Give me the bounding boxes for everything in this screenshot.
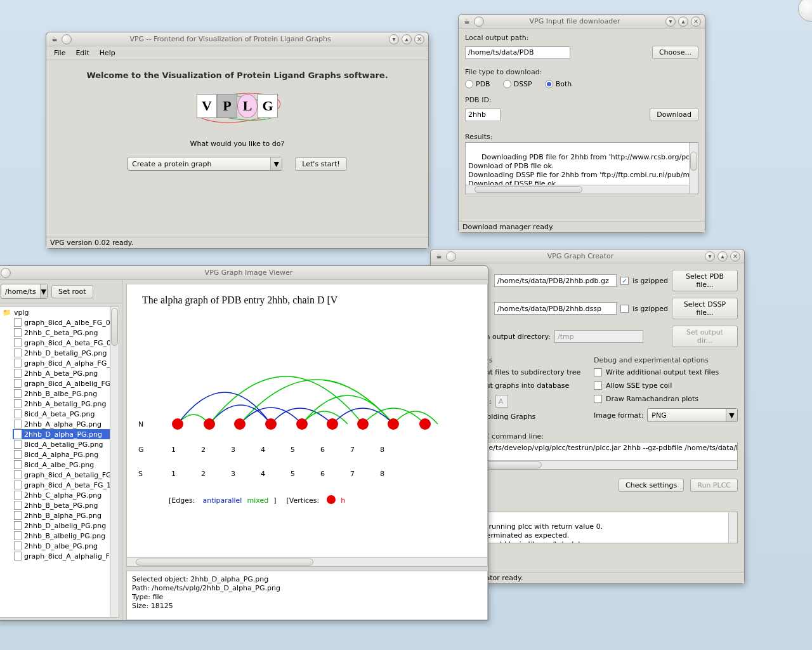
file-item[interactable]: 8icd_A_betalig_PG.png — [13, 439, 117, 449]
file-item[interactable]: 2hhb_C_beta_PG.png — [13, 328, 117, 338]
close-icon[interactable]: × — [730, 251, 740, 262]
choose-button[interactable]: Choose... — [652, 46, 698, 59]
file-item[interactable]: 2hhb_B_alpha_PG.png — [13, 510, 117, 521]
radio-pdb[interactable]: PDB — [465, 80, 490, 88]
opt-coil[interactable]: Allow SSE type coil — [594, 381, 738, 390]
file-tree[interactable]: 📁 vplg graph_8icd_A_albe_FG_02hhb_C_beta… — [0, 307, 119, 562]
svg-point-4 — [234, 418, 246, 430]
gzipped-dssp-checkbox[interactable] — [620, 305, 629, 313]
scrollbar-vertical[interactable] — [728, 512, 737, 543]
input-pdb-field[interactable] — [494, 274, 617, 287]
file-item[interactable]: 8icd_A_alpha_PG.png — [13, 449, 117, 460]
download-button[interactable]: Download — [650, 108, 698, 121]
minimize-icon[interactable]: ▾ — [665, 17, 676, 27]
file-item[interactable]: 2hhb_B_albelig_PG.png — [13, 531, 117, 541]
file-item[interactable]: 8icd_A_beta_PG.png — [13, 409, 117, 419]
scrollbar-horizontal[interactable] — [127, 557, 487, 566]
file-icon — [14, 338, 22, 347]
file-item[interactable]: graph_8icd_A_albelig_FG — [13, 378, 117, 388]
check-settings-button[interactable]: Check settings — [619, 479, 684, 492]
file-icon — [14, 328, 22, 337]
main-status: VPG version 0.02 ready. — [46, 237, 428, 248]
file-item[interactable]: 2hhb_D_alpha_PG.png — [13, 429, 117, 439]
file-item[interactable]: 2hhb_A_alpha_PG.png — [13, 419, 117, 429]
close-icon[interactable]: × — [691, 17, 701, 27]
gzipped-pdb-checkbox[interactable] — [620, 277, 629, 285]
viewer-titlebar[interactable]: VPG Graph Image Viewer — [0, 266, 488, 280]
chevron-down-icon[interactable]: ▼ — [40, 284, 47, 298]
main-titlebar[interactable]: ☕ VPG -- Frontend for Visualization of P… — [46, 32, 428, 46]
scrollbar-horizontal[interactable] — [466, 185, 689, 194]
opt-addtxt[interactable]: Write additional output text files — [594, 368, 738, 376]
pdb-id-input[interactable] — [465, 109, 501, 121]
minimize-icon[interactable]: ▾ — [389, 34, 399, 44]
prompt-text: What would you like to do? — [46, 140, 428, 148]
file-item[interactable]: graph_8icd_A_beta_FG_1 — [13, 480, 117, 490]
select-dssp-button[interactable]: Select DSSP file... — [672, 298, 738, 319]
file-item[interactable]: graph_8icd_A_albe_FG_0 — [13, 317, 117, 328]
file-item[interactable]: 2hhb_D_albelig_PG.png — [13, 521, 117, 531]
svg-point-6 — [296, 418, 308, 430]
path-select[interactable]: /home/ts ▼ — [1, 284, 48, 299]
radio-both[interactable]: Both — [545, 80, 572, 88]
pdb-id-label: PDB ID: — [465, 96, 698, 104]
file-icon — [14, 501, 22, 510]
main-window: ☕ VPG -- Frontend for Visualization of P… — [46, 32, 429, 249]
file-icon — [14, 409, 22, 418]
lets-start-button[interactable]: Let's start! — [295, 157, 346, 171]
vplg-logo: V P L G — [197, 94, 278, 118]
close-icon[interactable] — [474, 17, 484, 27]
minimize-icon[interactable]: ▾ — [705, 251, 715, 262]
scrollbar-vertical[interactable] — [689, 143, 698, 194]
menu-edit[interactable]: Edit — [72, 48, 93, 58]
tree-folder[interactable]: 📁 vplg — [1, 308, 117, 317]
input-dssp-field[interactable] — [494, 302, 617, 315]
results-textarea[interactable]: Downloading PDB file for 2hhb from 'http… — [465, 142, 698, 194]
local-output-input[interactable] — [465, 46, 570, 59]
menu-help[interactable]: Help — [96, 48, 119, 58]
file-item[interactable]: 2hhb_B_albe_PG.png — [13, 388, 117, 399]
menu-file[interactable]: File — [50, 48, 69, 58]
image-format-select[interactable]: PNG ▼ — [647, 408, 738, 422]
file-item[interactable]: 2hhb_B_beta_PG.png — [13, 500, 117, 510]
file-icon — [14, 491, 22, 500]
file-item[interactable]: 2hhb_D_albe_PG.png — [13, 541, 117, 551]
set-root-button[interactable]: Set root — [51, 285, 93, 298]
select-pdb-button[interactable]: Select PDB file... — [672, 270, 738, 291]
info-panel: Selected object: 2hhb_D_alpha_PG.png Pat… — [126, 571, 488, 620]
maximize-icon[interactable]: ▴ — [717, 251, 728, 262]
radio-dssp[interactable]: DSSP — [503, 80, 532, 88]
file-item[interactable]: graph_8icd_A_beta_FG_0 — [13, 338, 117, 348]
file-icon — [14, 521, 22, 530]
downloader-titlebar[interactable]: ☕ VPG Input file downloader ▾ ▴ × — [459, 15, 705, 29]
close-icon[interactable] — [1, 268, 11, 278]
close-icon[interactable] — [62, 34, 72, 44]
file-icon — [14, 348, 22, 357]
file-icon — [14, 511, 22, 520]
file-icon — [14, 541, 22, 550]
file-item[interactable]: 2hhb_A_betalig_PG.png — [13, 399, 117, 409]
file-item[interactable]: graph_8icd_A_betalig_FG — [13, 470, 117, 480]
close-icon[interactable]: × — [414, 34, 424, 44]
image-canvas[interactable]: The alpha graph of PDB entry 2hhb, chain… — [126, 284, 488, 567]
svg-point-2 — [172, 418, 183, 430]
action-select[interactable]: Create a protein graph ▼ — [128, 157, 282, 171]
file-item[interactable]: graph_8icd_A_alphalig_F — [13, 551, 117, 561]
run-plcc-button: Run PLCC — [690, 479, 738, 492]
scrollbar-vertical[interactable] — [110, 307, 119, 617]
opt-rama[interactable]: Draw Ramachandran plots — [594, 395, 738, 403]
creator-titlebar[interactable]: ☕ VPG Graph Creator ▾ ▴ × — [431, 249, 744, 263]
file-item[interactable]: 8icd_A_albe_PG.png — [13, 460, 117, 470]
results-label: Results: — [465, 133, 698, 141]
menubar: File Edit Help — [46, 46, 428, 60]
file-item[interactable]: 2hhb_D_betalig_PG.png — [13, 348, 117, 358]
file-item[interactable]: graph_8icd_A_alpha_FG_ — [13, 358, 117, 368]
maximize-icon[interactable]: ▴ — [678, 17, 688, 27]
file-item[interactable]: 2hhb_A_beta_PG.png — [13, 368, 117, 378]
chevron-down-icon[interactable]: ▼ — [726, 409, 737, 421]
file-item[interactable]: 2hhb_C_alpha_PG.png — [13, 490, 117, 500]
local-output-label: Local output path: — [465, 34, 698, 42]
chevron-down-icon[interactable]: ▼ — [270, 157, 282, 170]
close-icon[interactable] — [446, 251, 456, 262]
maximize-icon[interactable]: ▴ — [402, 34, 412, 44]
